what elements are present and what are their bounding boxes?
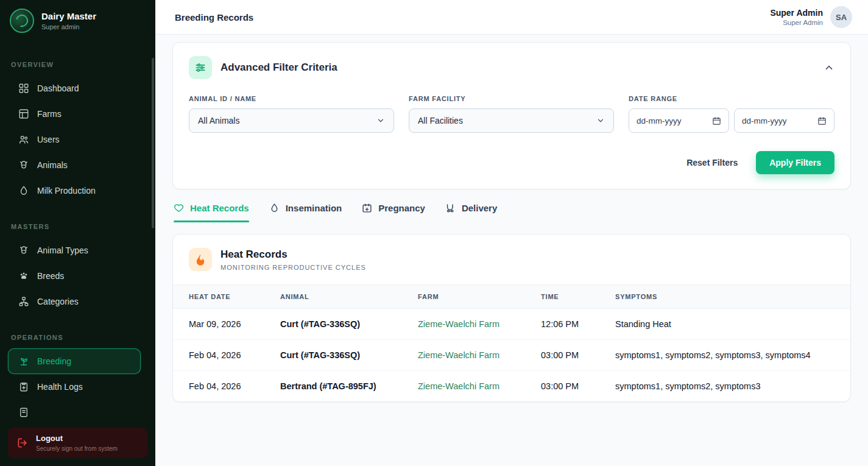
heat-records-table: HEAT DATE ANIMAL FARM TIME SYMPTOMS Mar …: [173, 284, 850, 401]
dairy-master-logo-icon: [10, 9, 34, 33]
sidebar-item-milk-production[interactable]: Milk Production: [0, 178, 155, 203]
clipboard-plus-icon: [18, 381, 29, 392]
sidebar-item-partial[interactable]: [0, 400, 155, 425]
animal-icon: [18, 160, 29, 171]
sidebar-item-users[interactable]: Users: [0, 127, 155, 152]
chevron-down-icon: [376, 116, 385, 125]
column-header-time: TIME: [525, 285, 599, 309]
column-header-heat-date: HEAT DATE: [173, 285, 264, 309]
flame-icon: [194, 253, 206, 266]
sidebar-item-breeds[interactable]: Breeds: [0, 263, 155, 289]
delivery-icon: [445, 203, 456, 213]
reset-filters-button[interactable]: Reset Filters: [686, 158, 738, 168]
animal-filter-field: ANIMAL ID / NAME All Animals: [189, 95, 394, 133]
chevron-down-icon: [596, 116, 605, 125]
sidebar-item-dashboard[interactable]: Dashboard: [0, 76, 155, 101]
brand-name: Dairy Master: [41, 11, 96, 21]
tab-heat-records[interactable]: Heat Records: [174, 203, 249, 222]
filter-title: Advanced Filter Criteria: [221, 62, 337, 74]
sidebar-item-farms[interactable]: Farms: [0, 101, 155, 127]
paw-icon: [18, 270, 29, 281]
record-tabs: Heat Records Insemination Pregnancy Deli…: [172, 203, 851, 222]
logout-description: Securely sign out from system: [36, 445, 118, 452]
cell-symptoms: Standing Heat: [599, 309, 850, 340]
calendar-icon[interactable]: [712, 116, 721, 125]
facility-filter-field: FARM FACILITY All Facilities: [409, 95, 614, 133]
grid-icon: [18, 83, 29, 94]
cell-heat-date: Feb 04, 2026: [173, 371, 264, 402]
flame-icon-box: [189, 248, 212, 271]
sidebar-item-categories[interactable]: Categories: [0, 289, 155, 314]
cell-animal: Curt (#TAG-336SQ): [264, 309, 402, 340]
animal-icon: [18, 245, 29, 256]
cell-farm[interactable]: Zieme-Waelchi Farm: [402, 340, 525, 371]
droplet-icon: [18, 185, 29, 196]
logout-label: Logout: [36, 434, 118, 443]
column-header-farm: FARM: [402, 285, 525, 309]
heat-records-card: Heat Records MONITORING REPRODUCTIVE CYC…: [172, 234, 851, 402]
section-overview: OVERVIEW: [0, 41, 155, 76]
sidebar-item-health-logs[interactable]: Health Logs: [0, 374, 155, 400]
sidebar-item-label: Users: [37, 135, 60, 144]
logout-button[interactable]: Logout Securely sign out from system: [8, 428, 147, 458]
avatar[interactable]: SA: [830, 6, 852, 28]
facility-select[interactable]: All Facilities: [409, 108, 614, 133]
sidebar-item-label: Breeds: [37, 271, 64, 281]
date-to-input[interactable]: dd-mm-yyyy: [734, 108, 834, 133]
table-row[interactable]: Mar 09, 2026 Curt (#TAG-336SQ) Zieme-Wae…: [173, 309, 850, 340]
date-from-placeholder: dd-mm-yyyy: [637, 116, 682, 125]
sidebar-item-label: Animals: [37, 160, 68, 170]
user-role: Super Admin: [770, 19, 823, 26]
cell-farm[interactable]: Zieme-Waelchi Farm: [402, 309, 525, 340]
table-row[interactable]: Feb 04, 2026 Bertrand (#TAG-895FJ) Zieme…: [173, 371, 850, 402]
top-bar: Breeding Records Super Admin Super Admin…: [155, 0, 868, 35]
sidebar-item-label: Breeding: [37, 356, 71, 366]
cell-time: 12:06 PM: [525, 309, 599, 340]
animal-filter-label: ANIMAL ID / NAME: [189, 95, 394, 102]
date-range-label: DATE RANGE: [629, 95, 834, 102]
document-icon: [18, 407, 29, 418]
sidebar-scrollbar[interactable]: [152, 58, 154, 228]
heart-icon: [174, 203, 184, 213]
page-title: Breeding Records: [175, 12, 253, 23]
sidebar-item-label: Dashboard: [37, 83, 79, 93]
facility-filter-label: FARM FACILITY: [409, 95, 614, 102]
date-from-input[interactable]: dd-mm-yyyy: [629, 108, 729, 133]
cell-farm[interactable]: Zieme-Waelchi Farm: [402, 371, 525, 402]
animal-select[interactable]: All Animals: [189, 108, 394, 133]
tab-insemination[interactable]: Insemination: [269, 203, 342, 222]
tab-pregnancy[interactable]: Pregnancy: [362, 203, 425, 222]
sidebar-item-label: Farms: [37, 109, 62, 119]
sidebar-item-animal-types[interactable]: Animal Types: [0, 238, 155, 263]
sidebar-item-animals[interactable]: Animals: [0, 152, 155, 178]
brand: Dairy Master Super admin: [0, 0, 155, 41]
user-name: Super Admin: [770, 8, 823, 18]
apply-filters-button[interactable]: Apply Filters: [756, 151, 834, 174]
chevron-up-icon: [824, 62, 834, 73]
records-subtitle: MONITORING REPRODUCTIVE CYCLES: [221, 264, 366, 271]
column-header-animal: ANIMAL: [264, 285, 402, 309]
seedling-icon: [18, 356, 29, 367]
cell-heat-date: Mar 09, 2026: [173, 309, 264, 340]
section-operations: OPERATIONS: [0, 314, 155, 348]
tab-label: Insemination: [286, 203, 342, 213]
table-row[interactable]: Feb 04, 2026 Curt (#TAG-336SQ) Zieme-Wae…: [173, 340, 850, 371]
cell-symptoms: symptoms1, symptoms2, symptoms3, symptom…: [599, 340, 850, 371]
calendar-plus-icon: [362, 203, 372, 213]
tab-label: Heat Records: [190, 203, 249, 213]
tab-delivery[interactable]: Delivery: [445, 203, 497, 222]
cell-time: 03:00 PM: [525, 371, 599, 402]
brand-subtitle: Super admin: [41, 23, 96, 30]
advanced-filter-card: Advanced Filter Criteria ANIMAL ID / NAM…: [172, 42, 851, 189]
date-to-placeholder: dd-mm-yyyy: [742, 116, 787, 125]
cell-symptoms: symptoms1, symptoms2, symptoms3: [599, 371, 850, 402]
sidebar-item-label: Milk Production: [37, 186, 96, 196]
calendar-icon[interactable]: [817, 116, 827, 125]
sliders-icon: [194, 62, 206, 74]
logout-icon: [16, 437, 29, 449]
sidebar-item-breeding[interactable]: Breeding: [8, 348, 141, 374]
collapse-filter-button[interactable]: [824, 62, 834, 73]
sidebar-item-label: Animal Types: [37, 245, 88, 255]
sidebar-item-label: Health Logs: [37, 382, 83, 392]
user-menu[interactable]: Super Admin Super Admin SA: [770, 6, 852, 28]
